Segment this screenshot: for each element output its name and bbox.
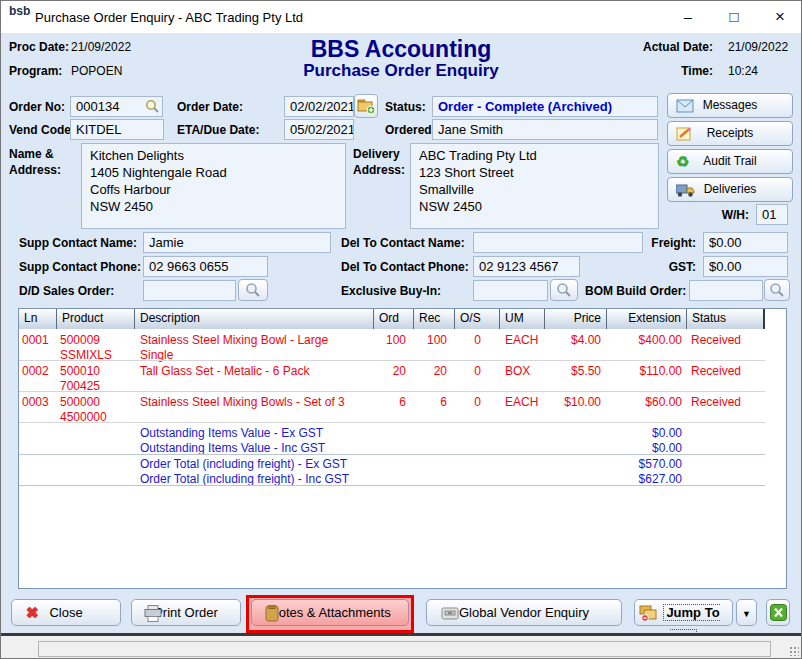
search-icon xyxy=(556,282,572,298)
exclusive-buy-in-label: Exclusive Buy-In: xyxy=(341,284,441,298)
del-to-contact-name-field[interactable] xyxy=(473,232,643,253)
jump-to-dropdown-button[interactable]: ▼ xyxy=(736,599,757,626)
vend-code-field[interactable]: KITDEL xyxy=(70,119,164,140)
receipts-button[interactable]: Receipts xyxy=(667,121,793,146)
order-date-label: Order Date: xyxy=(177,100,243,114)
dd-sales-order-field[interactable] xyxy=(143,280,236,301)
messages-button[interactable]: Messages xyxy=(667,93,793,118)
order-no-field[interactable]: 000134 xyxy=(70,96,163,117)
line-items-table: Ln Product Description Ord Rec O/S UM Pr… xyxy=(18,308,787,589)
status-bar-panel xyxy=(38,641,771,657)
search-icon xyxy=(245,282,261,298)
col-os[interactable]: O/S xyxy=(455,309,500,329)
supp-contact-phone-label: Supp Contact Phone: xyxy=(19,260,141,274)
ordered-by-field[interactable]: Jane Smith xyxy=(432,119,658,140)
maximize-button[interactable]: □ xyxy=(711,1,757,33)
summary-value: $0.00 xyxy=(439,426,682,440)
wh-label: W/H: xyxy=(691,208,749,222)
col-price[interactable]: Price xyxy=(545,309,607,329)
summary-separator xyxy=(19,454,765,455)
envelope-icon xyxy=(676,99,694,113)
exclusive-buy-in-search-button[interactable] xyxy=(550,279,578,301)
truck-icon xyxy=(676,183,695,198)
global-vendor-enquiry-button[interactable]: Global Vendor Enquiry xyxy=(426,599,622,626)
address-line: 1405 Nightengale Road xyxy=(90,164,337,181)
name-address-label-1: Name & xyxy=(9,147,54,161)
close-x-icon: ✖ xyxy=(26,600,39,625)
col-ln[interactable]: Ln xyxy=(19,309,57,329)
audit-trail-button[interactable]: ♻ Audit Trail xyxy=(667,149,793,174)
close-window-button[interactable]: × xyxy=(757,1,802,33)
cell-os: 0 xyxy=(455,395,500,410)
cell-rec: 6 xyxy=(414,395,447,410)
recycle-icon: ♻ xyxy=(676,153,689,171)
supp-contact-name-field[interactable]: Jamie xyxy=(143,232,331,253)
col-um[interactable]: UM xyxy=(500,309,545,329)
page-title: Purchase Order Enquiry xyxy=(231,61,571,81)
cell-ord: 20 xyxy=(374,364,406,379)
table-header: Ln Product Description Ord Rec O/S UM Pr… xyxy=(19,309,765,329)
chevron-down-icon: ▼ xyxy=(742,609,751,619)
supp-contact-phone-field[interactable]: 02 9663 0655 xyxy=(143,256,268,277)
open-order-button[interactable] xyxy=(354,94,378,118)
name-address-label-2: Address: xyxy=(9,163,61,177)
col-product[interactable]: Product xyxy=(57,309,135,329)
notes-attachments-button[interactable]: Notes & Attachments xyxy=(251,599,409,626)
printer-icon xyxy=(144,605,162,622)
col-extension[interactable]: Extension xyxy=(607,309,687,329)
excel-icon xyxy=(770,604,787,621)
search-icon[interactable] xyxy=(145,99,160,114)
close-button[interactable]: ✖ Close xyxy=(11,599,121,626)
time-label: Time: xyxy=(601,64,713,78)
actual-date-label: Actual Date: xyxy=(601,40,713,54)
titlebar: bsb Purchase Order Enquiry - ABC Trading… xyxy=(1,1,802,33)
cell-um: BOX xyxy=(505,364,545,379)
delivery-address-label-2: Address: xyxy=(353,163,405,177)
name-address-box[interactable]: Kitchen Delights 1405 Nightengale Road C… xyxy=(81,143,346,229)
cell-description: Tall Glass Set - Metalic - 6 Pack xyxy=(140,364,372,379)
exclusive-buy-in-field[interactable] xyxy=(473,280,548,301)
row-separator xyxy=(19,391,765,392)
wh-field[interactable]: 01 xyxy=(756,204,788,225)
summary-value: $570.00 xyxy=(439,457,682,471)
col-ord[interactable]: Ord xyxy=(374,309,414,329)
summary-separator xyxy=(19,485,765,486)
cabinet-icon xyxy=(441,605,459,621)
jump-to-button[interactable]: Jump To (F8) xyxy=(634,599,733,626)
bom-build-order-field[interactable] xyxy=(689,280,763,301)
dd-sales-order-search-button[interactable] xyxy=(238,279,268,301)
gst-field[interactable]: $0.00 xyxy=(703,256,788,277)
minimize-button[interactable]: – xyxy=(665,1,711,33)
order-date-field[interactable]: 02/02/2021 xyxy=(284,96,354,117)
col-description[interactable]: Description xyxy=(135,309,374,329)
export-excel-button[interactable] xyxy=(766,599,790,626)
order-no-value: 000134 xyxy=(76,99,119,114)
jump-folders-icon xyxy=(639,604,658,622)
program-value: POPOEN xyxy=(71,64,122,78)
summary-label: Outstanding Items Value - Ex GST xyxy=(140,426,323,440)
address-line: ABC Trading Pty Ltd xyxy=(419,147,650,164)
notes-attachments-label: Notes & Attachments xyxy=(269,605,390,620)
print-order-button[interactable]: Print Order xyxy=(131,599,241,626)
purchase-order-enquiry-window: bsb Purchase Order Enquiry - ABC Trading… xyxy=(0,0,802,659)
delivery-address-label-1: Delivery xyxy=(353,147,400,161)
summary-label: Outstanding Items Value - Inc GST xyxy=(140,441,325,455)
col-status[interactable]: Status xyxy=(687,309,765,329)
del-to-contact-phone-field[interactable]: 02 9123 4567 xyxy=(473,256,580,277)
cell-um: EACH xyxy=(505,395,545,410)
bom-build-order-search-button[interactable] xyxy=(764,279,790,301)
order-no-label: Order No: xyxy=(9,100,65,114)
delivery-address-box[interactable]: ABC Trading Pty Ltd 123 Short Street Sma… xyxy=(410,143,659,229)
resize-grip[interactable] xyxy=(789,646,799,656)
eta-due-date-label: ETA/Due Date: xyxy=(177,123,259,137)
eta-due-date-field[interactable]: 05/02/2021 xyxy=(284,119,354,140)
freight-field[interactable]: $0.00 xyxy=(703,232,788,253)
col-rec[interactable]: Rec xyxy=(414,309,455,329)
cell-extension: $110.00 xyxy=(607,364,682,379)
status-field[interactable]: Order - Complete (Archived) xyxy=(432,96,658,117)
cell-os: 0 xyxy=(455,333,500,348)
print-order-label: Print Order xyxy=(154,605,218,620)
deliveries-button[interactable]: Deliveries xyxy=(667,177,793,202)
receipt-note-icon xyxy=(676,126,694,142)
cell-os: 0 xyxy=(455,364,500,379)
